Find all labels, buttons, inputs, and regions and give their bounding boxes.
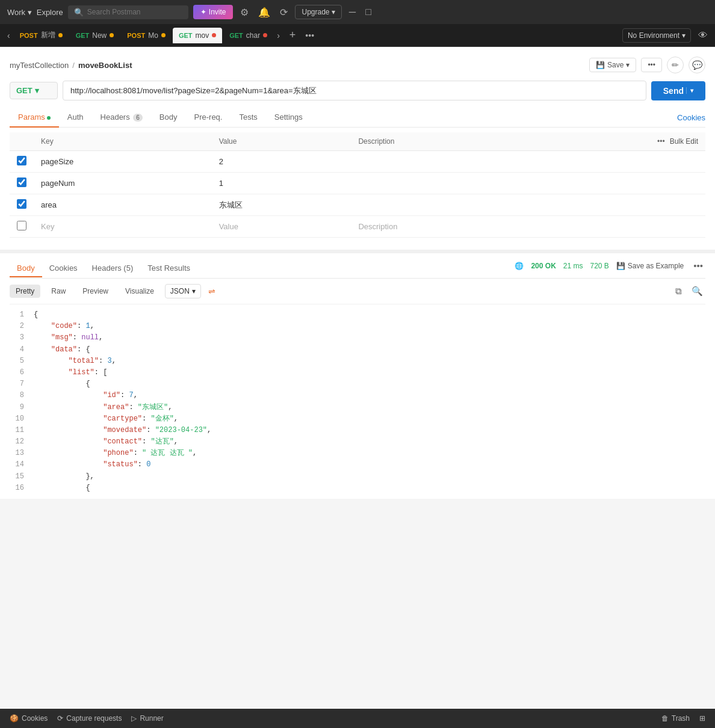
- save-example-button[interactable]: 💾 Save as Example: [616, 262, 684, 270]
- resp-tab-test-results[interactable]: Test Results: [140, 260, 197, 277]
- invite-button[interactable]: ✦ Invite: [193, 5, 234, 19]
- settings-icon[interactable]: ⚙: [238, 4, 251, 20]
- tab-post-xin[interactable]: POST 新増: [14, 26, 69, 44]
- search-icon: 🔍: [74, 8, 84, 17]
- tab-next-button[interactable]: ›: [274, 28, 282, 43]
- tab-title: 新増: [41, 30, 55, 40]
- param-checkbox-3[interactable]: [17, 199, 26, 209]
- minimize-button[interactable]: ─: [347, 4, 358, 20]
- bottom-runner[interactable]: ▷ Runner: [131, 714, 163, 723]
- code-line-1: 1 {: [10, 309, 705, 321]
- format-raw-btn[interactable]: Raw: [45, 285, 72, 298]
- nav-explore[interactable]: Explore: [37, 8, 63, 17]
- tab-tests[interactable]: Tests: [231, 108, 265, 128]
- url-bar: GET ▾ Send ▾: [10, 81, 705, 100]
- param-row: pageSize 2: [10, 151, 705, 173]
- tab-get-mov[interactable]: GET mov: [173, 28, 222, 43]
- param-desc-1[interactable]: [351, 151, 705, 173]
- param-row: area 东城区: [10, 194, 705, 216]
- param-value-3[interactable]: 东城区: [212, 194, 351, 216]
- tab-more-button[interactable]: •••: [302, 29, 318, 42]
- bottom-cookies[interactable]: 🍪 Cookies: [10, 714, 48, 723]
- format-pretty-btn[interactable]: Pretty: [10, 285, 40, 298]
- maximize-button[interactable]: □: [363, 4, 374, 20]
- new-tab-button[interactable]: +: [286, 28, 300, 43]
- bell-icon[interactable]: 🔔: [256, 4, 273, 20]
- upgrade-button[interactable]: Upgrade ▾: [295, 5, 341, 19]
- bottom-capture[interactable]: ⟳ Capture requests: [57, 714, 122, 723]
- sync-icon[interactable]: ⟳: [277, 4, 290, 20]
- param-value-placeholder[interactable]: Value: [212, 216, 351, 238]
- breadcrumb-actions: 💾 Save ▾ ••• ✏ 💬: [589, 57, 705, 73]
- edit-icon[interactable]: ✏: [667, 57, 684, 73]
- param-key-2[interactable]: pageNum: [34, 173, 212, 194]
- param-checkbox-2[interactable]: [17, 177, 26, 187]
- param-desc-2[interactable]: [351, 173, 705, 194]
- param-desc-placeholder[interactable]: Description: [351, 216, 705, 238]
- tab-body[interactable]: Body: [151, 108, 186, 128]
- param-checkbox-4[interactable]: [17, 221, 26, 230]
- bottom-grid[interactable]: ⊞: [699, 714, 705, 723]
- format-type-select[interactable]: JSON ▾: [165, 284, 201, 298]
- resp-tab-body[interactable]: Body: [10, 260, 42, 277]
- more-options-button[interactable]: •••: [641, 58, 662, 72]
- method-select[interactable]: GET ▾: [10, 82, 58, 99]
- save-icon: 💾: [596, 61, 605, 69]
- cookies-link[interactable]: Cookies: [677, 113, 705, 122]
- bottom-trash[interactable]: 🗑 Trash: [661, 714, 690, 723]
- format-chevron-icon: ▾: [192, 287, 196, 295]
- param-key-3[interactable]: area: [34, 194, 212, 216]
- env-settings-button[interactable]: 👁: [696, 28, 710, 43]
- response-actions: ⧉ 🔍: [673, 283, 705, 299]
- param-row-empty: Key Value Description: [10, 216, 705, 238]
- search-response-button[interactable]: 🔍: [689, 283, 705, 299]
- breadcrumb-collection[interactable]: myTestCollection: [10, 61, 69, 70]
- capture-icon: ⟳: [57, 714, 63, 723]
- response-more-button[interactable]: •••: [691, 258, 705, 273]
- bulk-edit-link[interactable]: Bulk Edit: [670, 137, 698, 146]
- code-viewer: 1 { 2 "code": 1, 3 "msg": null, 4 "data"…: [10, 304, 705, 499]
- tab-get-char[interactable]: GET char: [223, 28, 273, 43]
- row-actions-icon: •••: [657, 137, 665, 146]
- cookies-icon: 🍪: [10, 714, 19, 723]
- tab-headers[interactable]: Headers 6: [92, 108, 151, 128]
- param-key-placeholder[interactable]: Key: [34, 216, 212, 238]
- code-line-4: 4 "data": {: [10, 344, 705, 356]
- code-line-8: 8 "id": 7,: [10, 390, 705, 401]
- code-line-14: 14 "status": 0: [10, 459, 705, 470]
- tab-bar: ‹ POST 新増 GET New POST Mo GET mov GET ch…: [0, 24, 715, 47]
- copy-response-button[interactable]: ⧉: [673, 283, 684, 299]
- url-input[interactable]: [63, 81, 646, 100]
- resp-tab-cookies[interactable]: Cookies: [42, 260, 85, 277]
- send-button[interactable]: Send ▾: [651, 81, 705, 100]
- request-tabs: Params Auth Headers 6 Body Pre-req. Test…: [10, 108, 705, 128]
- search-input[interactable]: [87, 8, 182, 16]
- bottom-bar: 🍪 Cookies ⟳ Capture requests ▷ Runner 🗑 …: [0, 709, 715, 728]
- status-ok-label: 200 OK: [531, 262, 556, 270]
- tab-method-label: GET: [76, 32, 90, 39]
- tab-get-new[interactable]: GET New: [70, 28, 120, 43]
- param-value-2[interactable]: 1: [212, 173, 351, 194]
- comment-icon[interactable]: 💬: [689, 57, 705, 73]
- save-button[interactable]: 💾 Save ▾: [589, 58, 636, 72]
- param-desc-3[interactable]: [351, 194, 705, 216]
- tab-prev-button[interactable]: ‹: [5, 28, 13, 43]
- tab-prereq[interactable]: Pre-req.: [186, 108, 231, 128]
- param-checkbox-1[interactable]: [17, 156, 26, 165]
- environment-select[interactable]: No Environment ▾: [622, 28, 691, 43]
- wrap-lines-button[interactable]: ⇌: [206, 284, 218, 298]
- tab-settings[interactable]: Settings: [266, 108, 311, 128]
- save-chevron-icon: ▾: [626, 61, 630, 69]
- tab-post-mo[interactable]: POST Mo: [121, 28, 172, 43]
- nav-work[interactable]: Work ▾: [7, 8, 32, 17]
- format-visualize-btn[interactable]: Visualize: [119, 285, 160, 298]
- search-bar[interactable]: 🔍: [68, 5, 188, 19]
- tab-params[interactable]: Params: [10, 108, 59, 128]
- tab-auth[interactable]: Auth: [59, 108, 92, 128]
- param-value-1[interactable]: 2: [212, 151, 351, 173]
- code-line-16: 16 {: [10, 483, 705, 494]
- format-preview-btn[interactable]: Preview: [76, 285, 114, 298]
- resp-tab-headers[interactable]: Headers (5): [85, 260, 141, 277]
- key-column-header: Key: [34, 132, 212, 151]
- param-key-1[interactable]: pageSize: [34, 151, 212, 173]
